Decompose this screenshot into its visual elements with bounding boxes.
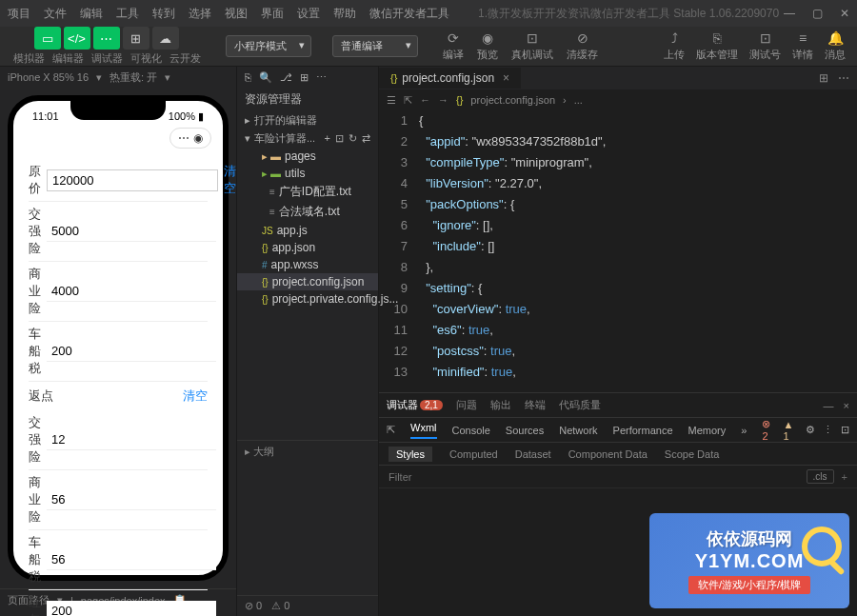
code-editor[interactable]: 12345678910111213 { "appid": "wx89533473… [379,110,857,392]
dbgtab-代码质量[interactable]: 代码质量 [559,394,601,416]
hb-input[interactable] [47,601,216,616]
tab-scopedata[interactable]: Scope Data [665,448,719,460]
branch-icon[interactable]: ⎇ [280,71,292,84]
err-icon[interactable]: ⊘ 0 [245,600,262,612]
search-icon[interactable]: 🔍 [259,71,272,84]
split-icon[interactable]: ⊞ [819,71,828,85]
tab-memory[interactable]: Memory [688,425,727,436]
bookmark-icon[interactable]: ⇱ [404,94,412,107]
right-测试号[interactable]: ⊡测试号 [749,30,781,62]
hot-reload-label[interactable]: 热重载: 开 [110,70,157,85]
dbgtab-输出[interactable]: 输出 [490,394,511,416]
project-name[interactable]: 车险计算器... [254,131,315,146]
orig-input[interactable] [47,169,218,191]
tree-pages[interactable]: ▸ ▬pages [237,148,378,165]
opened-editors[interactable]: 打开的编辑器 [254,113,317,128]
settings-icon[interactable]: ⚙ [806,424,815,436]
tree-app.js[interactable]: JSapp.js [237,222,378,239]
tree-合法域名.txt[interactable]: ≡合法域名.txt [237,202,378,222]
device-label[interactable]: iPhone X 85% 16 [8,71,89,83]
files-icon[interactable]: ⎘ [245,71,251,84]
action-编译[interactable]: ⟳编译 [443,30,464,62]
cc-input[interactable] [47,341,216,362]
warn-count[interactable]: ▲ 1 [783,419,798,442]
filter-input[interactable] [389,471,807,483]
visual-button[interactable]: ⊞ [123,27,149,50]
menu-视图[interactable]: 视图 [225,6,248,22]
tab-wxml[interactable]: Wxml [410,422,437,439]
more-icon[interactable]: ⋮ [823,424,833,436]
tab-console[interactable]: Console [452,425,490,436]
code-body[interactable]: { "appid": "wx8953347352f88b1d", "compil… [419,110,857,392]
add-icon[interactable]: + [842,471,847,483]
inspect-icon[interactable]: ⇱ [387,424,395,436]
debugger-button[interactable]: ⋯ [93,27,120,50]
menu-项目[interactable]: 项目 [8,6,30,22]
editor-button[interactable]: </> [64,27,90,50]
dbgtab-调试器[interactable]: 调试器2,1 [387,394,443,416]
right-消息[interactable]: 🔔消息 [825,30,846,62]
tree-app.json[interactable]: {}app.json [237,239,378,256]
more-tabs-icon[interactable]: » [741,425,747,436]
menu-工具[interactable]: 工具 [116,6,139,22]
maximize-icon[interactable]: ▢ [812,7,823,20]
close-icon[interactable]: × [844,400,849,411]
right-详情[interactable]: ≡详情 [792,30,813,62]
dock-icon[interactable]: ⊡ [841,424,849,436]
error-count[interactable]: ⊗ 2 [762,418,775,442]
mode-dropdown[interactable]: 小程序模式 [226,35,311,57]
cloud-button[interactable]: ☁ [152,27,179,50]
menu-选择[interactable]: 选择 [189,6,211,22]
jq-input[interactable] [47,221,216,242]
tree-project.config.json[interactable]: {}project.config.json [237,273,378,290]
tab-computed[interactable]: Computed [449,448,498,460]
menu-设置[interactable]: 设置 [297,6,320,22]
more-icon[interactable]: ⋯ [316,71,327,84]
tab-sources[interactable]: Sources [506,425,544,436]
tab-close-icon[interactable]: × [503,71,509,85]
warn-icon[interactable]: ⚠ 0 [271,600,289,612]
simulator-button[interactable]: ▭ [34,27,61,50]
tree-utils[interactable]: ▸ ▬utils [237,165,378,182]
menu-文件[interactable]: 文件 [44,6,67,22]
menu-帮助[interactable]: 帮助 [333,6,356,22]
cls-button[interactable]: .cls [807,469,834,484]
sy-input[interactable] [47,281,216,302]
tree-广告ID配置.txt[interactable]: ≡广告ID配置.txt [237,182,378,202]
back-icon[interactable]: ← [420,94,430,106]
tab-project-config[interactable]: {}project.config.json× [379,68,522,89]
dbgtab-终端[interactable]: 终端 [525,394,546,416]
compile-dropdown[interactable]: 普通编译 [332,35,418,57]
action-预览[interactable]: ◉预览 [477,30,498,62]
tab-network[interactable]: Network [559,425,597,436]
right-版本管理[interactable]: ⎘版本管理 [696,30,738,62]
menu-界面[interactable]: 界面 [261,6,284,22]
menu-icon[interactable]: ☰ [387,94,396,107]
menu-转到[interactable]: 转到 [152,6,175,22]
right-上传[interactable]: ⤴上传 [664,30,685,62]
tab-styles[interactable]: Styles [389,447,432,462]
menu-微信开发者工具[interactable]: 微信开发者工具 [369,6,449,22]
min-icon[interactable]: — [824,400,834,411]
action-清缓存[interactable]: ⊘清缓存 [567,30,598,62]
minimize-icon[interactable]: — [784,7,795,20]
clear-button-2[interactable]: 清空 [183,387,208,405]
more-icon[interactable]: ⋯ [838,71,849,85]
tab-dataset[interactable]: Dataset [515,448,551,460]
tree-app.wxss[interactable]: #app.wxss [237,256,378,273]
clear-button[interactable]: 清空 [224,163,236,197]
action-真机调试[interactable]: ⊡真机调试 [511,30,553,62]
close-icon[interactable]: ✕ [840,7,849,20]
fwd-icon[interactable]: → [438,94,448,106]
outline-section[interactable]: 大纲 [253,446,274,457]
sy2-input[interactable] [47,489,216,510]
capsule-button[interactable]: ⋯◉ [169,128,211,149]
dbgtab-问题[interactable]: 问题 [456,394,477,416]
cc2-input[interactable] [47,549,216,570]
menu-编辑[interactable]: 编辑 [80,6,103,22]
tree-project.private.config.js...[interactable]: {}project.private.config.js... [237,290,378,308]
tab-compdata[interactable]: Component Data [568,448,648,460]
tab-performance[interactable]: Performance [613,425,673,436]
ext-icon[interactable]: ⊞ [300,71,309,84]
jq2-input[interactable] [47,429,216,450]
